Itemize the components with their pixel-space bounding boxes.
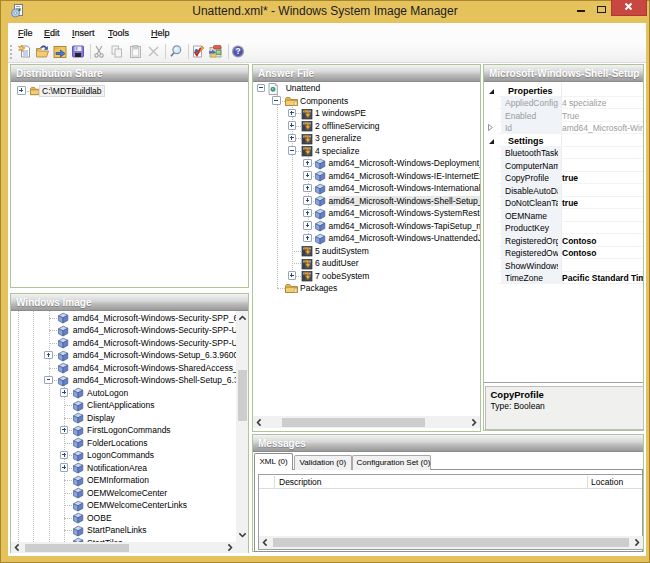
- svg-text:?: ?: [235, 46, 240, 56]
